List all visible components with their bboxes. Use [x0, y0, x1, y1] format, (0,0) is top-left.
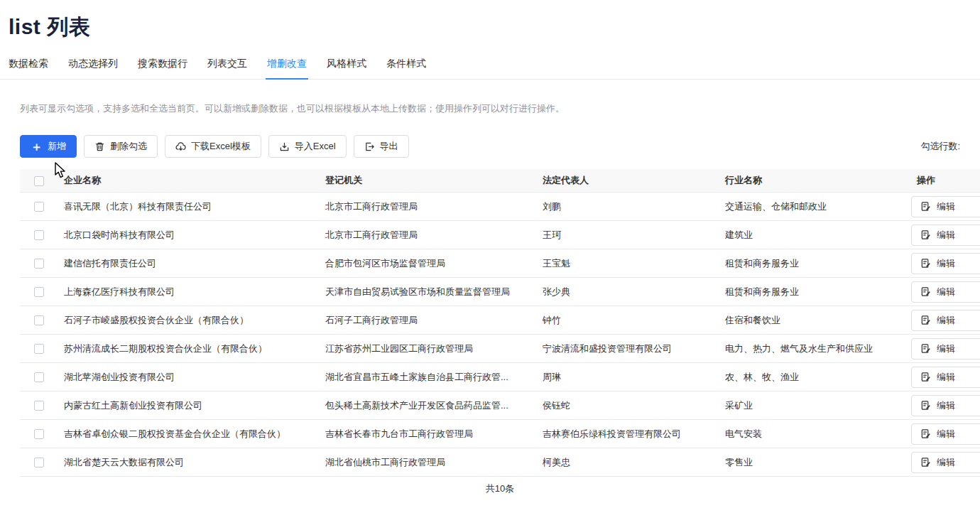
edit-button-label: 编辑	[937, 229, 955, 242]
legal-representative-cell: 周琳	[537, 363, 719, 391]
company-name-cell: 苏州清流成长二期股权投资合伙企业（有限合伙）	[58, 335, 320, 363]
header-actions: 操作	[911, 169, 980, 193]
tab-4[interactable]: 列表交互	[206, 52, 249, 79]
edit-button[interactable]: 编辑	[911, 367, 980, 388]
plus-icon: ＋	[31, 141, 43, 153]
row-checkbox[interactable]	[34, 259, 44, 269]
select-all-checkbox[interactable]	[34, 176, 44, 186]
edit-icon	[920, 428, 931, 439]
tab-bar: 数据检索动态选择列搜索数据行列表交互增删改查风格样式条件样式	[0, 52, 980, 80]
row-checkbox[interactable]	[34, 315, 44, 325]
industry-cell: 住宿和餐饮业	[719, 306, 911, 335]
total-count: 共10条	[20, 482, 980, 495]
industry-cell: 采矿业	[719, 391, 911, 420]
industry-cell: 租赁和商务服务业	[719, 249, 911, 278]
company-name-cell: 建信信托有限责任公司	[58, 249, 320, 278]
row-checkbox[interactable]	[34, 202, 44, 212]
tab-6[interactable]: 风格样式	[325, 52, 368, 79]
cloud-download-icon	[175, 141, 186, 152]
row-checkbox[interactable]	[34, 344, 44, 354]
row-checkbox[interactable]	[34, 429, 44, 439]
edit-button[interactable]: 编辑	[911, 281, 980, 303]
edit-icon	[920, 286, 931, 297]
tab-1[interactable]: 数据检索	[7, 52, 50, 79]
delete-selected-button[interactable]: 删除勾选	[84, 135, 158, 158]
data-table: 企业名称 登记机关 法定代表人 行业名称 操作 喜讯无限（北京）科技有限责任公司…	[20, 169, 980, 477]
industry-cell: 农、林、牧、渔业	[719, 363, 911, 391]
row-checkbox[interactable]	[34, 230, 44, 240]
registration-authority-cell: 合肥市包河区市场监督管理局	[320, 249, 537, 278]
edit-button[interactable]: 编辑	[911, 253, 980, 274]
edit-button-label: 编辑	[937, 286, 955, 298]
download-excel-template-button[interactable]: 下载Excel模板	[165, 135, 261, 158]
registration-authority-cell: 石河子工商行政管理局	[320, 306, 537, 335]
legal-representative-cell: 王珂	[537, 221, 719, 249]
edit-button[interactable]: 编辑	[911, 225, 980, 246]
table-body: 喜讯无限（北京）科技有限责任公司 北京市工商行政管理局 刘鹏 交通运输、仓储和邮…	[20, 193, 980, 477]
edit-button-label: 编辑	[937, 342, 955, 355]
registration-authority-cell: 北京市工商行政管理局	[320, 221, 537, 249]
industry-cell: 交通运输、仓储和邮政业	[719, 193, 911, 221]
registration-authority-cell: 湖北省仙桃市工商行政管理局	[320, 448, 537, 477]
content-area: 列表可显示勾选项，支持多选和全选当前页。可以新增或删除数据，也可以根据模板从本地…	[0, 102, 980, 495]
import-excel-button[interactable]: 导入Excel	[268, 135, 347, 158]
registration-authority-cell: 北京市工商行政管理局	[320, 193, 537, 221]
selected-rows-label: 勾选行数:	[920, 140, 980, 153]
tab-7[interactable]: 条件样式	[385, 52, 428, 79]
tab-3[interactable]: 搜索数据行	[136, 52, 189, 79]
legal-representative-cell: 钟竹	[537, 306, 719, 335]
row-checkbox[interactable]	[34, 372, 44, 382]
company-name-cell: 石河子市崚盛股权投资合伙企业（有限合伙）	[58, 306, 320, 335]
table-row: 吉林省卓创众银二股权投资基金合伙企业（有限合伙） 吉林省长春市九台市工商行政管理…	[20, 420, 980, 448]
company-name-cell: 北京口袋时尚科技有限公司	[58, 221, 320, 249]
industry-cell: 电气安装	[719, 420, 911, 448]
edit-button[interactable]: 编辑	[911, 338, 980, 360]
edit-button[interactable]: 编辑	[911, 423, 980, 445]
tab-2[interactable]: 动态选择列	[67, 52, 119, 79]
edit-button-label: 编辑	[937, 371, 955, 384]
header-company-name: 企业名称	[58, 169, 320, 193]
edit-button-label: 编辑	[937, 399, 955, 412]
legal-representative-cell: 张少典	[537, 278, 719, 306]
edit-icon	[920, 343, 931, 354]
edit-button-label: 编辑	[937, 257, 955, 270]
export-label: 导出	[380, 140, 398, 153]
edit-button-label: 编辑	[937, 200, 955, 213]
header-legal-representative: 法定代表人	[537, 169, 719, 193]
registration-authority-cell: 湖北省宜昌市五峰土家族自治县工商行政管...	[320, 363, 537, 391]
edit-button[interactable]: 编辑	[911, 395, 980, 416]
edit-button[interactable]: 编辑	[911, 310, 980, 331]
edit-button[interactable]: 编辑	[911, 452, 980, 473]
export-icon	[364, 141, 375, 152]
company-name-cell: 吉林省卓创众银二股权投资基金合伙企业（有限合伙）	[58, 420, 320, 448]
company-name-cell: 上海森亿医疗科技有限公司	[58, 278, 320, 306]
edit-icon	[920, 372, 931, 382]
table-row: 喜讯无限（北京）科技有限责任公司 北京市工商行政管理局 刘鹏 交通运输、仓储和邮…	[20, 193, 980, 221]
row-checkbox[interactable]	[34, 401, 44, 411]
legal-representative-cell: 吉林赛伯乐绿科投资管理有限公司	[537, 420, 719, 448]
registration-authority-cell: 天津市自由贸易试验区市场和质量监督管理局	[320, 278, 537, 306]
table-row: 湖北省楚天云大数据有限公司 湖北省仙桃市工商行政管理局 柯美忠 零售业 编辑	[20, 448, 980, 477]
legal-representative-cell: 王宝魁	[537, 249, 719, 278]
export-button[interactable]: 导出	[354, 135, 409, 158]
add-button[interactable]: ＋ 新增	[20, 135, 77, 158]
toolbar: ＋ 新增 删除勾选 下载Excel模板	[20, 135, 980, 158]
edit-icon	[920, 315, 931, 325]
table-row: 湖北苹湖创业投资有限公司 湖北省宜昌市五峰土家族自治县工商行政管... 周琳 农…	[20, 363, 980, 391]
row-checkbox[interactable]	[34, 458, 44, 468]
edit-icon	[920, 229, 931, 240]
industry-cell: 零售业	[719, 448, 911, 477]
registration-authority-cell: 包头稀土高新技术产业开发区食品药品监管...	[320, 391, 537, 420]
row-checkbox[interactable]	[34, 287, 44, 297]
registration-authority-cell: 江苏省苏州工业园区工商行政管理局	[320, 335, 537, 363]
add-button-label: 新增	[48, 140, 66, 153]
table-row: 建信信托有限责任公司 合肥市包河区市场监督管理局 王宝魁 租赁和商务服务业 编辑	[20, 249, 980, 278]
tab-5[interactable]: 增删改查	[266, 52, 308, 79]
import-icon	[279, 141, 290, 152]
legal-representative-cell: 侯钰蛇	[537, 391, 719, 420]
edit-button[interactable]: 编辑	[911, 196, 980, 217]
header-industry: 行业名称	[719, 169, 911, 193]
download-excel-template-label: 下载Excel模板	[191, 140, 251, 153]
legal-representative-cell: 柯美忠	[537, 448, 719, 477]
edit-icon	[920, 201, 931, 212]
